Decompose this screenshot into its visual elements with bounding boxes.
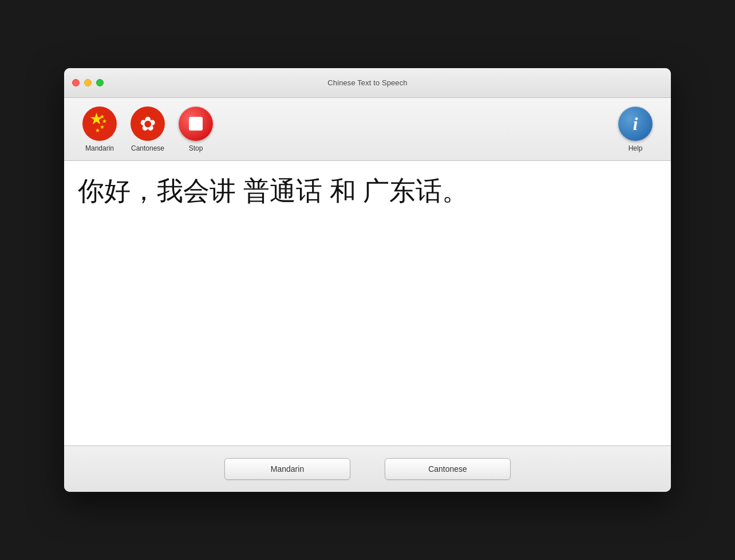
china-star-small3-icon: ★: [100, 124, 105, 130]
china-star-small4-icon: ★: [95, 127, 100, 133]
hk-flag-icon: ✿: [131, 107, 165, 141]
cantonese-toolbar-label: Cantonese: [131, 144, 164, 152]
traffic-lights: [72, 79, 104, 86]
hk-flower-icon: ✿: [140, 114, 156, 133]
stop-icon: [179, 107, 213, 141]
mandarin-bottom-button[interactable]: Mandarin: [224, 458, 350, 480]
stop-toolbar-label: Stop: [189, 144, 203, 152]
text-area-container[interactable]: 你好，我会讲 普通话 和 广东话。: [64, 161, 671, 446]
stop-square-icon: [189, 117, 203, 131]
stop-toolbar-button[interactable]: Stop: [172, 107, 220, 152]
app-window: Chinese Text to Speech ★ ★ ★ ★ ★ Mandari…: [64, 68, 671, 492]
cantonese-toolbar-button[interactable]: ✿ Cantonese: [124, 107, 172, 152]
mandarin-toolbar-button[interactable]: ★ ★ ★ ★ ★ Mandarin: [76, 107, 124, 152]
help-toolbar-button[interactable]: i Help: [611, 107, 659, 152]
cantonese-bottom-label: Cantonese: [428, 464, 467, 474]
help-icon: i: [618, 107, 653, 141]
close-button[interactable]: [72, 79, 80, 86]
mandarin-toolbar-label: Mandarin: [85, 144, 114, 152]
bottom-bar: Mandarin Cantonese: [64, 446, 671, 492]
help-toolbar-label: Help: [629, 144, 643, 152]
china-flag-icon: ★ ★ ★ ★ ★: [82, 107, 117, 141]
minimize-button[interactable]: [84, 79, 92, 86]
chinese-text-content: 你好，我会讲 普通话 和 广东话。: [78, 172, 657, 209]
window-title: Chinese Text to Speech: [327, 78, 407, 87]
mandarin-bottom-label: Mandarin: [271, 464, 304, 474]
maximize-button[interactable]: [96, 79, 104, 86]
help-info-letter: i: [633, 115, 638, 133]
cantonese-bottom-button[interactable]: Cantonese: [385, 458, 511, 480]
title-bar: Chinese Text to Speech: [64, 68, 671, 98]
toolbar: ★ ★ ★ ★ ★ Mandarin ✿ Cantonese Stop: [64, 98, 671, 161]
